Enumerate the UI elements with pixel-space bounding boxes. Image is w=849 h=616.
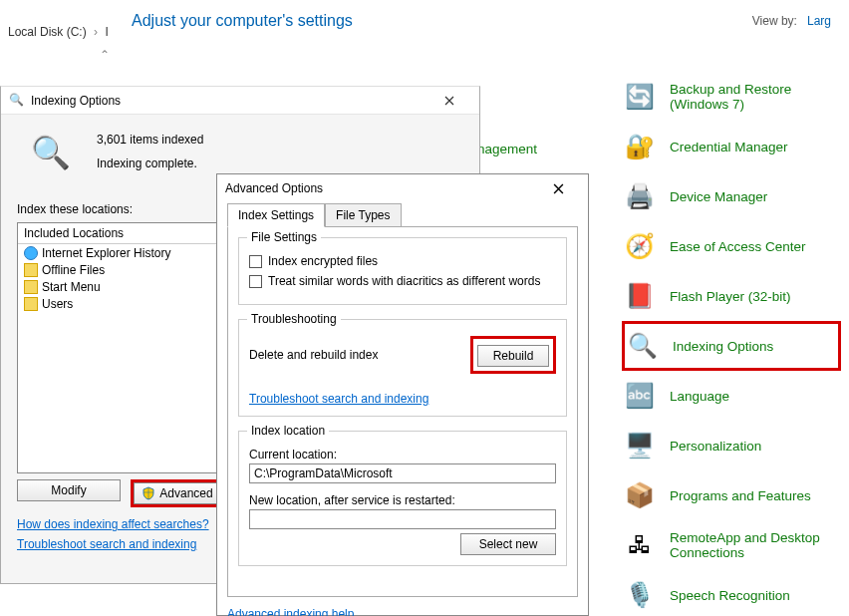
rebuild-label: Delete and rebuild index xyxy=(249,348,378,362)
index-location-group: Index location Current location: New loc… xyxy=(238,431,567,566)
cp-item-label: Device Manager xyxy=(670,189,767,204)
control-panel-item[interactable]: 📕Flash Player (32-bit) xyxy=(622,271,841,321)
group-label: Index location xyxy=(247,424,329,438)
index-state: Indexing complete. xyxy=(97,156,463,170)
control-panel-item[interactable]: 🧭Ease of Access Center xyxy=(622,221,841,271)
cp-item-label: Credential Manager xyxy=(670,140,788,154)
close-button[interactable] xyxy=(536,177,580,199)
rebuild-button[interactable]: Rebuild xyxy=(477,345,549,367)
highlight-box: Advanced xyxy=(131,479,224,507)
included-locations-list[interactable]: Included Locations Internet Explorer His… xyxy=(17,222,224,473)
titlebar[interactable]: Advanced Options xyxy=(217,174,588,202)
control-panel-item[interactable]: 🖧RemoteApp and Desktop Connections xyxy=(622,520,841,570)
cp-item-icon: 🔍 xyxy=(625,328,661,364)
control-panel-item[interactable]: 🖨️Device Manager xyxy=(622,171,841,221)
troubleshoot-link[interactable]: Troubleshoot search and indexing xyxy=(249,392,428,406)
search-icon: 🔍 xyxy=(9,93,25,109)
breadcrumb[interactable]: Local Disk (C:) › I xyxy=(8,25,109,39)
index-count: 3,601 items indexed xyxy=(97,133,463,147)
viewby-link[interactable]: Larg xyxy=(807,14,831,28)
cp-item-icon: 🖨️ xyxy=(622,178,658,214)
tab-index-settings[interactable]: Index Settings xyxy=(227,203,325,227)
dialog-title: Advanced Options xyxy=(225,181,323,195)
cp-item-icon: 🔐 xyxy=(622,129,658,164)
current-location-label: Current location: xyxy=(249,448,556,462)
new-location-field[interactable] xyxy=(249,509,556,529)
advanced-button[interactable]: Advanced xyxy=(134,482,221,504)
list-item-label: Offline Files xyxy=(42,263,105,277)
titlebar[interactable]: 🔍 Indexing Options xyxy=(1,87,479,115)
cp-item-icon: 🧭 xyxy=(622,228,658,264)
magnifier-icon: 🔍 xyxy=(27,129,75,176)
cp-item-label: Flash Player (32-bit) xyxy=(670,289,791,304)
cp-item-icon: 🎙️ xyxy=(622,577,658,613)
shield-icon xyxy=(142,486,155,500)
current-location-field[interactable] xyxy=(249,463,556,483)
control-panel-item[interactable]: 🔤Language xyxy=(622,371,841,421)
cp-item-label: Ease of Access Center xyxy=(670,239,806,254)
cp-item-icon: 📦 xyxy=(622,477,658,513)
control-panel-item[interactable]: 📦Programs and Features xyxy=(622,470,841,520)
file-settings-group: File Settings Index encrypted files Trea… xyxy=(238,237,567,305)
cp-item-label: Speech Recognition xyxy=(670,588,790,603)
troubleshooting-group: Troubleshooting Delete and rebuild index… xyxy=(238,319,567,417)
list-item-label: Start Menu xyxy=(42,280,101,294)
breadcrumb-segment[interactable]: Local Disk (C:) xyxy=(8,25,87,39)
list-item[interactable]: Users xyxy=(18,295,223,312)
ie-icon xyxy=(24,246,38,260)
cp-item-icon: 🔤 xyxy=(622,378,658,414)
list-item-label: Users xyxy=(42,297,73,311)
tab-file-types[interactable]: File Types xyxy=(325,203,401,227)
cp-item-icon: 🖥️ xyxy=(622,428,658,463)
encrypt-checkbox[interactable] xyxy=(249,255,262,268)
list-header[interactable]: Included Locations xyxy=(18,223,223,244)
folder-icon xyxy=(24,263,38,277)
folder-icon xyxy=(24,280,38,294)
list-item-label: Internet Explorer History xyxy=(42,246,170,260)
folder-icon xyxy=(24,297,38,311)
list-body: Internet Explorer HistoryOffline FilesSt… xyxy=(18,244,223,312)
advanced-help-link[interactable]: Advanced indexing help xyxy=(227,607,354,616)
dialog-title: Indexing Options xyxy=(31,94,427,108)
control-panel-item[interactable]: 🖥️Personalization xyxy=(622,421,841,470)
cp-item-label: Language xyxy=(670,389,729,404)
control-panel-item[interactable]: 🔍Indexing Options xyxy=(622,321,841,371)
select-new-button[interactable]: Select new xyxy=(460,533,556,555)
modify-button[interactable]: Modify xyxy=(17,479,121,501)
control-panel-item[interactable]: 🔄Backup and Restore (Windows 7) xyxy=(622,72,841,122)
index-status: 3,601 items indexed Indexing complete. xyxy=(97,129,463,170)
page-title: Adjust your computer's settings xyxy=(132,12,353,30)
partial-text: nagement xyxy=(477,142,537,156)
list-item[interactable]: Internet Explorer History xyxy=(18,244,223,261)
chevron-up-icon: ⌃ xyxy=(100,48,110,62)
highlight-box: Rebuild xyxy=(470,336,556,374)
list-item[interactable]: Start Menu xyxy=(18,278,223,295)
cp-item-label: Personalization xyxy=(670,439,761,454)
encrypt-label: Index encrypted files xyxy=(268,254,378,268)
tab-strip: Index Settings File Types xyxy=(217,202,588,226)
control-panel-item[interactable]: 🔐Credential Manager xyxy=(622,122,841,171)
control-panel-list: 🔄Backup and Restore (Windows 7)🔐Credenti… xyxy=(622,72,841,616)
viewby: View by: Larg xyxy=(752,14,831,28)
chevron-right-icon: › xyxy=(94,25,98,39)
cp-item-label: Programs and Features xyxy=(670,488,811,503)
group-label: Troubleshooting xyxy=(247,312,341,326)
list-item[interactable]: Offline Files xyxy=(18,261,223,278)
diacritics-checkbox[interactable] xyxy=(249,275,262,288)
breadcrumb-cut: I xyxy=(105,25,108,39)
new-location-label: New location, after service is restarted… xyxy=(249,493,556,507)
close-button[interactable] xyxy=(427,90,471,112)
cp-item-icon: 🔄 xyxy=(622,79,658,115)
cp-item-label: Backup and Restore (Windows 7) xyxy=(670,82,841,112)
control-panel-item[interactable]: 🎙️Speech Recognition xyxy=(622,570,841,616)
cp-item-icon: 🖧 xyxy=(622,527,658,563)
cp-item-label: RemoteApp and Desktop Connections xyxy=(670,530,841,560)
advanced-options-dialog: Advanced Options Index Settings File Typ… xyxy=(216,173,589,616)
group-label: File Settings xyxy=(247,230,321,244)
diacritics-label: Treat similar words with diacritics as d… xyxy=(268,274,540,288)
cp-item-label: Indexing Options xyxy=(673,339,773,354)
cp-item-icon: 📕 xyxy=(622,278,658,314)
